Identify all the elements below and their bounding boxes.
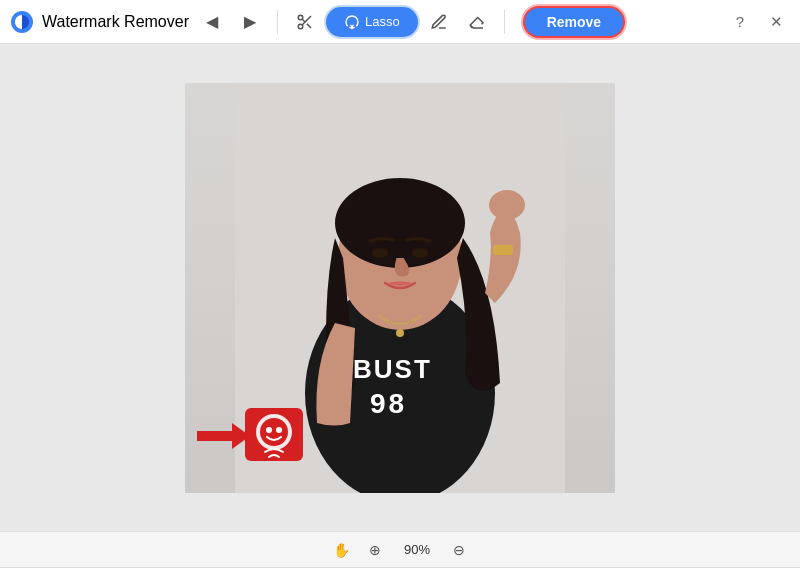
- svg-point-20: [260, 418, 288, 446]
- zoom-in-button[interactable]: ⊕: [363, 538, 387, 562]
- arrow-indicator: [195, 421, 250, 451]
- back-icon: ◀: [206, 12, 218, 31]
- back-button[interactable]: ◀: [197, 8, 227, 36]
- svg-text:BUST: BUST: [353, 354, 432, 384]
- scissors-button[interactable]: [290, 8, 320, 36]
- lasso-label: Lasso: [365, 14, 400, 29]
- watermark-icon: [245, 408, 305, 463]
- svg-point-11: [372, 248, 388, 258]
- svg-point-16: [489, 190, 525, 220]
- eraser-icon: [468, 13, 486, 31]
- svg-marker-24: [232, 423, 250, 449]
- svg-point-12: [412, 248, 428, 258]
- zoom-in-icon: ⊕: [369, 542, 381, 558]
- svg-line-4: [307, 23, 311, 27]
- help-button[interactable]: ?: [726, 8, 754, 36]
- bottom-bar: New Image Crop & Save Save: [0, 567, 800, 579]
- remove-button[interactable]: Remove: [525, 8, 623, 36]
- svg-point-1: [298, 15, 303, 20]
- pen-icon: [430, 13, 448, 31]
- eraser-button[interactable]: [462, 8, 492, 36]
- separator-1: [277, 10, 278, 34]
- svg-point-21: [266, 427, 272, 433]
- svg-rect-17: [493, 245, 513, 255]
- forward-icon: ▶: [244, 12, 256, 31]
- app-title: Watermark Remover: [42, 13, 189, 31]
- help-icon: ?: [736, 13, 744, 30]
- app-icon: [10, 10, 34, 34]
- image-container[interactable]: BUST 98: [185, 83, 615, 493]
- svg-rect-23: [197, 431, 232, 441]
- photo-background: BUST 98: [185, 83, 615, 493]
- scissors-icon: [296, 13, 314, 31]
- zoom-bar: ✋ ⊕ 90% ⊖: [0, 531, 800, 567]
- titlebar: Watermark Remover ◀ ▶ Lasso: [0, 0, 800, 44]
- svg-text:98: 98: [370, 388, 407, 419]
- close-button[interactable]: ✕: [762, 8, 790, 36]
- svg-line-5: [302, 19, 305, 22]
- pen-button[interactable]: [424, 8, 454, 36]
- lasso-button[interactable]: Lasso: [328, 9, 416, 35]
- pan-button[interactable]: ✋: [329, 538, 353, 562]
- zoom-out-button[interactable]: ⊖: [447, 538, 471, 562]
- zoom-level: 90%: [397, 542, 437, 557]
- forward-button[interactable]: ▶: [235, 8, 265, 36]
- zoom-out-icon: ⊖: [453, 542, 465, 558]
- main-canvas-area: BUST 98: [0, 44, 800, 531]
- lasso-icon: [344, 14, 360, 30]
- svg-point-2: [298, 24, 303, 29]
- pan-icon: ✋: [333, 542, 350, 558]
- close-icon: ✕: [770, 13, 783, 31]
- separator-2: [504, 10, 505, 34]
- remove-label: Remove: [547, 14, 601, 30]
- svg-point-13: [396, 329, 404, 337]
- svg-point-22: [276, 427, 282, 433]
